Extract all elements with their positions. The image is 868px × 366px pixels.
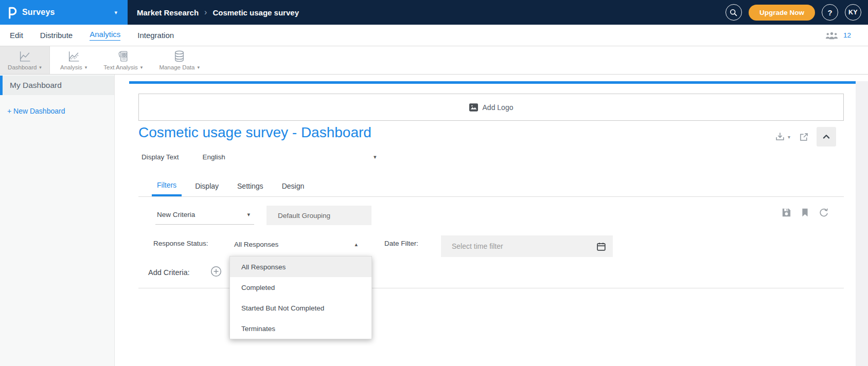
product-name: Surveys	[22, 8, 55, 17]
collaborators[interactable]: 12	[825, 31, 868, 40]
help-button[interactable]: ?	[822, 4, 838, 21]
language-select[interactable]: English ▾	[203, 153, 377, 161]
display-text-row: Display Text English ▾	[141, 153, 377, 161]
plus-circle-icon	[210, 266, 222, 277]
tool-label: Dashboard	[8, 64, 37, 70]
chevron-down-icon: ▾	[197, 65, 200, 70]
criteria-value: New Criteria	[157, 211, 195, 218]
settings-tabs: Filters Display Settings Design	[138, 175, 844, 197]
calendar-button[interactable]	[596, 242, 613, 251]
response-status-label: Response Status:	[153, 240, 208, 247]
dropdown-option[interactable]: All Responses	[230, 257, 371, 277]
avatar[interactable]: KY	[845, 4, 861, 21]
search-icon	[729, 8, 738, 17]
response-status-dropdown: All Responses Completed Started But Not …	[229, 256, 372, 339]
response-status-select[interactable]: All Responses ▴	[234, 234, 362, 254]
share-icon	[799, 132, 809, 142]
chevron-down-icon: ▾	[85, 65, 87, 70]
nav-item-edit[interactable]: Edit	[10, 31, 23, 40]
date-filter-field	[441, 235, 613, 257]
download-button[interactable]: ▾	[774, 131, 790, 142]
filter-actions	[781, 207, 829, 218]
language-value: English	[203, 153, 225, 161]
grouping-input[interactable]: Default Grouping	[267, 206, 371, 225]
collapse-button[interactable]	[817, 127, 836, 147]
image-icon	[469, 103, 478, 112]
save-icon	[781, 207, 792, 218]
people-icon	[825, 31, 838, 40]
tab-settings[interactable]: Settings	[232, 175, 269, 196]
tool-label: Manage Data	[159, 64, 194, 70]
share-button[interactable]	[799, 132, 809, 142]
page-title: Cosmetic usage survey - Dashboard	[138, 124, 371, 141]
reset-button[interactable]	[818, 207, 829, 218]
survey-nav: Edit Distribute Analytics Integration 12	[0, 25, 868, 46]
accent-divider	[129, 81, 856, 84]
search-button[interactable]	[725, 4, 742, 21]
chevron-up-icon	[821, 131, 832, 142]
add-logo-dropzone[interactable]: Add Logo	[138, 94, 844, 121]
product-switcher[interactable]: Surveys ▾	[0, 0, 128, 25]
response-status-value: All Responses	[234, 241, 278, 248]
chevron-down-icon: ▾	[114, 9, 117, 16]
bookmark-button[interactable]	[801, 207, 809, 218]
chevron-down-icon: ▾	[247, 211, 250, 218]
criteria-select[interactable]: New Criteria ▾	[155, 205, 254, 225]
questionpro-logo-icon	[7, 6, 17, 19]
chevron-up-icon: ▴	[355, 241, 358, 248]
page-background-band	[856, 81, 868, 366]
bookmark-icon	[801, 207, 809, 218]
date-filter-label: Date Filter:	[384, 240, 418, 247]
collaborators-count: 12	[843, 31, 851, 39]
chevron-down-icon: ▾	[374, 154, 377, 160]
chevron-down-icon: ▾	[39, 65, 42, 70]
tool-label: Analysis	[60, 64, 82, 70]
download-icon	[774, 131, 786, 142]
nav-item-distribute[interactable]: Distribute	[40, 31, 73, 40]
analysis-chart-icon	[67, 50, 80, 63]
nav-item-analytics[interactable]: Analytics	[90, 30, 120, 41]
dropdown-option[interactable]: Terminates	[230, 318, 371, 339]
tool-label: Text Analysis	[103, 64, 137, 70]
database-icon	[173, 50, 186, 63]
tool-analysis[interactable]: Analysis▾	[54, 46, 93, 74]
dropdown-option[interactable]: Completed	[230, 277, 371, 298]
breadcrumb-separator-icon: ›	[204, 8, 207, 17]
grouping-value: Default Grouping	[278, 212, 330, 219]
nav-item-integration[interactable]: Integration	[137, 31, 174, 40]
dashboard-actions: ▾	[774, 127, 844, 147]
topbar-actions: Upgrade Now ? KY	[725, 4, 868, 21]
tab-display[interactable]: Display	[190, 175, 224, 196]
date-filter-input[interactable]	[441, 242, 596, 251]
breadcrumb-folder[interactable]: Market Research	[137, 8, 199, 17]
dashboard-chart-icon	[18, 50, 31, 63]
breadcrumb-survey-name: Cosmetic usage survey	[212, 8, 299, 17]
reset-icon	[818, 207, 829, 218]
chevron-down-icon: ▾	[788, 134, 790, 140]
upgrade-button[interactable]: Upgrade Now	[749, 5, 815, 21]
tool-dashboard[interactable]: Dashboard▾	[0, 46, 50, 74]
add-criteria-button[interactable]	[210, 266, 222, 277]
chevron-down-icon: ▾	[140, 65, 143, 70]
add-criteria-label: Add Criteria:	[148, 268, 190, 277]
top-bar: Surveys ▾ Market Research › Cosmetic usa…	[0, 0, 868, 25]
analytics-toolbar: Dashboard▾ Analysis▾ Text Analysis▾ Mana…	[0, 46, 868, 75]
tool-manage-data[interactable]: Manage Data▾	[153, 46, 206, 74]
breadcrumb: Market Research › Cosmetic usage survey	[128, 8, 299, 17]
dropdown-option[interactable]: Started But Not Completed	[230, 298, 371, 318]
display-text-label: Display Text	[141, 153, 179, 161]
tool-text-analysis[interactable]: Text Analysis▾	[97, 46, 149, 74]
calendar-icon	[596, 242, 606, 251]
tab-design[interactable]: Design	[277, 175, 310, 196]
tab-filters[interactable]: Filters	[152, 175, 182, 196]
sidebar-item-my-dashboard[interactable]: My Dashboard	[0, 76, 114, 95]
new-dashboard-button[interactable]: + New Dashboard	[0, 104, 114, 118]
dashboard-main: Add Logo Cosmetic usage survey - Dashboa…	[115, 75, 868, 366]
save-button[interactable]	[781, 207, 792, 218]
add-logo-label: Add Logo	[483, 103, 513, 112]
dashboard-sidebar: My Dashboard + New Dashboard	[0, 75, 115, 366]
text-analysis-icon	[117, 50, 130, 63]
